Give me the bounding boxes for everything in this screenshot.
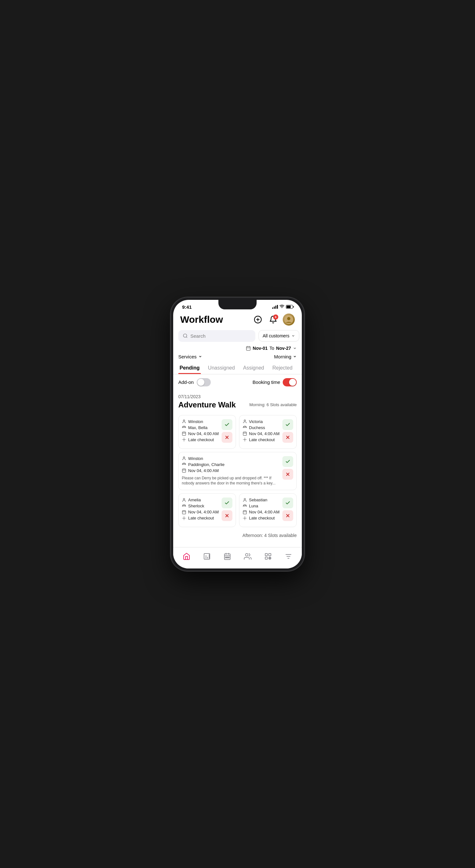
svg-point-14 (182, 427, 183, 428)
addon-toggle[interactable] (197, 378, 211, 386)
calendar-nav-icon (223, 552, 232, 561)
check-icon (285, 422, 290, 427)
user-avatar[interactable] (283, 313, 295, 326)
morning-chevron-icon (293, 354, 297, 359)
booking-time-toggle[interactable] (283, 378, 297, 386)
booking-date: Nov 04, 4:00 AM (188, 431, 219, 436)
calendar-card-icon (182, 431, 186, 436)
pets-name: Duchess (249, 425, 265, 430)
check-icon (285, 459, 290, 464)
notifications-button[interactable]: 6 (267, 314, 279, 325)
apps-icon (264, 552, 272, 561)
svg-point-26 (243, 427, 243, 428)
reject-button[interactable] (283, 469, 293, 480)
nav-calendar[interactable] (220, 551, 234, 562)
paw-icon (182, 425, 186, 430)
status-time: 9:41 (182, 304, 192, 310)
search-icon (183, 333, 188, 338)
svg-rect-79 (227, 557, 228, 558)
svg-rect-84 (265, 557, 267, 559)
reject-button[interactable] (221, 432, 232, 443)
person-icon (182, 419, 186, 424)
tab-unassigned[interactable]: Unassigned (207, 363, 236, 374)
svg-rect-78 (226, 557, 226, 558)
svg-point-48 (185, 505, 186, 505)
search-box[interactable] (178, 330, 255, 342)
close-icon (225, 435, 230, 440)
customers-dropdown[interactable]: All customers (259, 330, 299, 342)
accept-button[interactable] (283, 456, 293, 467)
search-row: All customers (173, 329, 302, 345)
addon-icon (182, 437, 186, 442)
filters-row: Services Morning (173, 353, 302, 363)
customer-name: Winston (188, 456, 203, 461)
tab-assigned[interactable]: Assigned (242, 363, 266, 374)
pets-row: Paddington, Charlie (182, 462, 293, 467)
search-input[interactable] (190, 333, 251, 339)
nav-analytics[interactable] (200, 551, 214, 562)
reject-button[interactable] (283, 432, 293, 443)
svg-rect-28 (243, 432, 247, 435)
chart-icon (203, 552, 211, 561)
nav-filter[interactable] (281, 551, 295, 562)
booking-card: Sebastian Luna (239, 493, 297, 527)
booking-card-with-note: Winston Paddington, Charlie (178, 452, 297, 491)
services-filter-button[interactable]: Services (178, 354, 202, 359)
calendar-card-icon (243, 431, 247, 436)
accept-button[interactable] (221, 497, 232, 508)
app-title: Workflow (180, 314, 223, 325)
svg-point-47 (183, 505, 183, 505)
app-header: Workflow 6 (173, 311, 302, 329)
date-separator: To (270, 346, 274, 351)
reject-button[interactable] (221, 510, 232, 521)
add-button[interactable] (252, 314, 264, 325)
accept-button[interactable] (283, 419, 293, 430)
svg-point-81 (245, 554, 248, 556)
team-icon (243, 552, 252, 561)
nav-apps[interactable] (261, 551, 275, 562)
customers-chevron-icon (291, 334, 295, 338)
home-icon (182, 552, 191, 561)
notification-badge: 6 (273, 314, 278, 319)
tab-pending[interactable]: Pending (178, 363, 201, 374)
close-icon (225, 513, 230, 518)
morning-slots: Morning: 6 Slots available (249, 402, 297, 407)
date-range-selector[interactable]: Nov-01 To Nov-27 (246, 346, 297, 351)
paw-icon (182, 462, 186, 467)
date-range-row: Nov-01 To Nov-27 (173, 345, 302, 353)
nav-team[interactable] (241, 551, 255, 562)
accept-button[interactable] (283, 497, 293, 508)
close-icon (285, 472, 290, 477)
paw-icon (182, 504, 186, 508)
signal-icon (272, 305, 278, 309)
morning-filter-button[interactable]: Morning (274, 354, 297, 359)
booking-cards-grid: Winston Max, Bella (173, 415, 302, 527)
svg-point-27 (246, 427, 247, 428)
customer-row: Winston (182, 456, 293, 461)
svg-point-5 (183, 334, 187, 337)
nav-home[interactable] (180, 551, 194, 562)
addon-label: Late checkout (188, 437, 214, 442)
svg-point-38 (182, 464, 183, 465)
customer-name: Sebastian (249, 497, 267, 502)
booking-card: Amelia Sherlock (178, 493, 236, 527)
customer-name: Winston (188, 419, 203, 424)
addon-label: Late checkout (249, 437, 275, 442)
booking-time-label: Booking time (253, 379, 280, 385)
check-icon (285, 500, 290, 505)
svg-rect-82 (265, 554, 267, 556)
svg-rect-7 (246, 346, 250, 350)
addon-label: Add-on (178, 379, 194, 385)
reject-button[interactable] (283, 510, 293, 521)
svg-point-46 (183, 498, 185, 500)
accept-button[interactable] (221, 419, 232, 430)
person-icon (182, 498, 186, 502)
date-row-card: Nov 04, 4:00 AM (182, 468, 293, 473)
svg-point-36 (183, 463, 183, 464)
svg-point-12 (183, 426, 183, 427)
booking-date: Nov 04, 4:00 AM (249, 509, 279, 515)
app-content: Workflow 6 (173, 311, 302, 547)
tab-rejected[interactable]: Rejected (271, 363, 294, 374)
svg-rect-16 (182, 432, 186, 435)
status-icons (272, 305, 293, 309)
